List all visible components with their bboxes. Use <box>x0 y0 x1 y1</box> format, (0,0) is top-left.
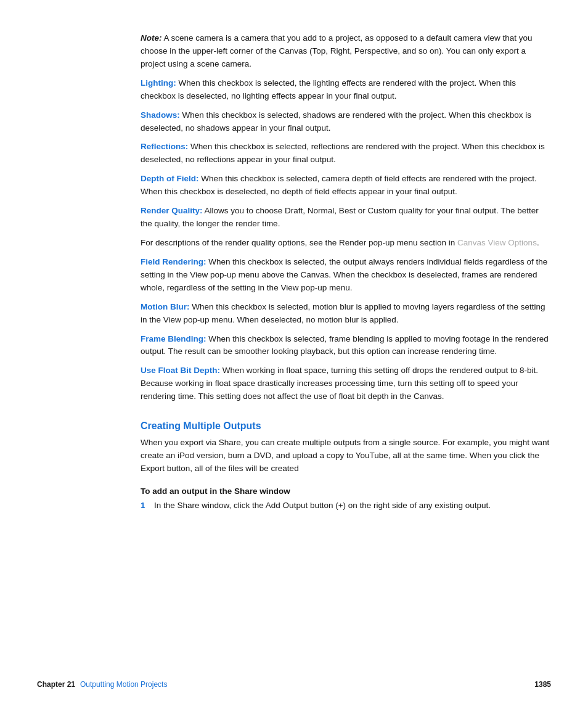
motion-blur-paragraph: Motion Blur: When this checkbox is selec… <box>141 301 551 327</box>
footer: Chapter 21 Outputting Motion Projects 13… <box>0 680 588 689</box>
note-paragraph: Note: A scene camera is a camera that yo… <box>141 32 551 71</box>
lighting-term: Lighting: <box>141 78 176 88</box>
motion-blur-text: When this checkbox is selected, motion b… <box>141 302 545 324</box>
shadows-text: When this checkbox is selected, shadows … <box>141 110 531 133</box>
main-content: Note: A scene camera is a camera that yo… <box>141 0 551 553</box>
reflections-paragraph: Reflections: When this checkbox is selec… <box>141 141 551 166</box>
lighting-text: When this checkbox is selected, the ligh… <box>141 78 516 101</box>
canvas-view-options-link[interactable]: Canvas View Options <box>457 238 537 247</box>
render-quality-note-text: For descriptions of the render quality o… <box>141 238 457 247</box>
list-item: 1 In the Share window, click the Add Out… <box>141 499 551 512</box>
step-number: 1 <box>141 499 154 512</box>
render-quality-term: Render Quality: <box>141 206 203 215</box>
render-quality-note-paragraph: For descriptions of the render quality o… <box>141 237 551 250</box>
section-heading: Creating Multiple Outputs <box>141 421 551 432</box>
frame-blending-term: Frame Blending: <box>141 334 206 343</box>
section-intro: When you export via Share, you can creat… <box>141 437 551 475</box>
shadows-paragraph: Shadows: When this checkbox is selected,… <box>141 109 551 135</box>
shadows-term: Shadows: <box>141 110 180 120</box>
motion-blur-term: Motion Blur: <box>141 302 189 311</box>
use-float-paragraph: Use Float Bit Depth: When working in flo… <box>141 364 551 403</box>
footer-chapter-link[interactable]: Outputting Motion Projects <box>80 680 167 689</box>
note-text: A scene camera is a camera that you add … <box>141 33 533 68</box>
reflections-term: Reflections: <box>141 142 188 151</box>
depth-of-field-text: When this checkbox is selected, camera d… <box>141 174 537 196</box>
depth-of-field-term: Depth of Field: <box>141 174 199 183</box>
footer-page: 1385 <box>534 680 551 689</box>
lighting-paragraph: Lighting: When this checkbox is selected… <box>141 77 551 103</box>
field-rendering-paragraph: Field Rendering: When this checkbox is s… <box>141 256 551 295</box>
field-rendering-term: Field Rendering: <box>141 257 206 266</box>
subheading: To add an output in the Share window <box>141 486 551 496</box>
frame-blending-paragraph: Frame Blending: When this checkbox is se… <box>141 333 551 359</box>
reflections-text: When this checkbox is selected, reflecti… <box>141 142 545 164</box>
render-quality-note-after: . <box>537 238 539 247</box>
step-text: In the Share window, click the Add Outpu… <box>154 499 491 512</box>
render-quality-paragraph: Render Quality: Allows you to choose Dra… <box>141 205 551 231</box>
footer-left: Chapter 21 Outputting Motion Projects <box>37 680 167 689</box>
steps-list: 1 In the Share window, click the Add Out… <box>141 499 551 512</box>
note-label: Note: <box>141 33 162 43</box>
depth-of-field-paragraph: Depth of Field: When this checkbox is se… <box>141 173 551 199</box>
page: Note: A scene camera is a camera that yo… <box>0 0 588 706</box>
footer-chapter-label: Chapter 21 <box>37 680 75 689</box>
use-float-term: Use Float Bit Depth: <box>141 366 220 375</box>
